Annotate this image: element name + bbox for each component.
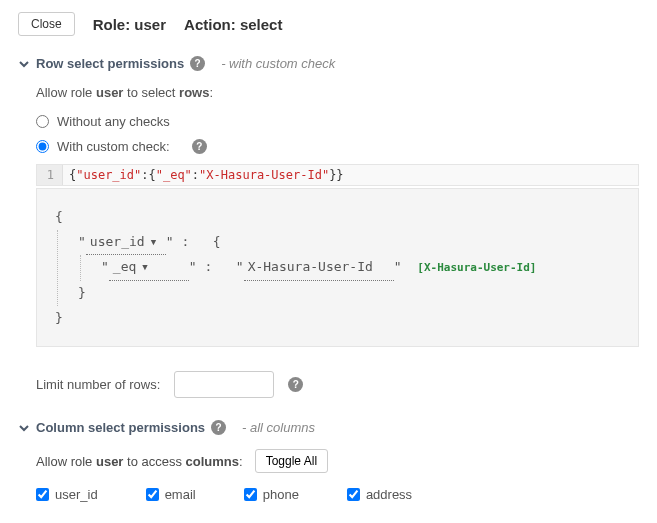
allow-access-columns-text: Allow role user to access columns: (36, 454, 243, 469)
row-permissions-subtitle: - with custom check (221, 56, 335, 71)
allow-select-rows-text: Allow role user to select rows: (36, 85, 639, 100)
toggle-all-button[interactable]: Toggle All (255, 449, 328, 473)
limit-rows-row: Limit number of rows: ? (36, 371, 639, 398)
code-line-content: {"user_id":{"_eq":"X-Hasura-User-Id"}} (63, 165, 350, 185)
checkbox-phone[interactable] (244, 488, 257, 501)
filter-code-editor[interactable]: 1 {"user_id":{"_eq":"X-Hasura-User-Id"}} (36, 164, 639, 186)
column-permissions-subtitle: - all columns (242, 420, 315, 435)
checkbox-address[interactable] (347, 488, 360, 501)
code-line-number: 1 (37, 165, 63, 185)
radio-without-checks[interactable] (36, 115, 49, 128)
radio-with-custom-row: With custom check: ? (36, 139, 639, 154)
help-icon[interactable]: ? (190, 56, 205, 71)
checkbox-user_id[interactable] (36, 488, 49, 501)
help-icon[interactable]: ? (192, 139, 207, 154)
limit-rows-input[interactable] (174, 371, 274, 398)
column-permissions-title: Column select permissions (36, 420, 205, 435)
help-icon[interactable]: ? (211, 420, 226, 435)
limit-rows-label: Limit number of rows: (36, 377, 160, 392)
role-value: user (134, 16, 166, 33)
filter-builder: { " user_id▼" : { " _eq▼" : " X-Hasura-U… (36, 188, 639, 347)
close-button[interactable]: Close (18, 12, 75, 36)
action-value: select (240, 16, 283, 33)
radio-without-checks-row: Without any checks (36, 114, 639, 129)
radio-with-custom-label: With custom check: (57, 139, 170, 154)
column-permissions-toggle[interactable]: Column select permissions ? - all column… (18, 420, 639, 435)
brace-open: { (55, 205, 620, 230)
column-checkbox-address[interactable]: address (347, 487, 412, 502)
column-checkbox-phone[interactable]: phone (244, 487, 299, 502)
operator-selector[interactable]: _eq▼ (109, 255, 189, 281)
chevron-down-icon (18, 58, 30, 70)
action-title: Action: select (184, 16, 282, 33)
action-label: Action: (184, 16, 236, 33)
value-input[interactable]: X-Hasura-User-Id (244, 255, 394, 281)
top-bar: Close Role: user Action: select (18, 12, 639, 36)
columns-list: user_id email phone address (36, 487, 639, 502)
role-title: Role: user (93, 16, 166, 33)
checkbox-email[interactable] (146, 488, 159, 501)
row-permissions-title: Row select permissions (36, 56, 184, 71)
help-icon[interactable]: ? (288, 377, 303, 392)
chevron-down-icon (18, 422, 30, 434)
row-permissions-toggle[interactable]: Row select permissions ? - with custom c… (18, 56, 639, 71)
radio-without-checks-label: Without any checks (57, 114, 170, 129)
column-checkbox-email[interactable]: email (146, 487, 196, 502)
radio-with-custom-check[interactable] (36, 140, 49, 153)
session-var-badge: [X-Hasura-User-Id] (417, 261, 536, 274)
field-selector[interactable]: user_id▼ (86, 230, 166, 256)
brace-close: } (55, 306, 620, 331)
role-label: Role: (93, 16, 131, 33)
brace-close: } (78, 281, 620, 306)
column-checkbox-user_id[interactable]: user_id (36, 487, 98, 502)
row-permissions-body: Allow role user to select rows: Without … (18, 85, 639, 398)
column-permissions-body: Allow role user to access columns: Toggl… (18, 449, 639, 502)
